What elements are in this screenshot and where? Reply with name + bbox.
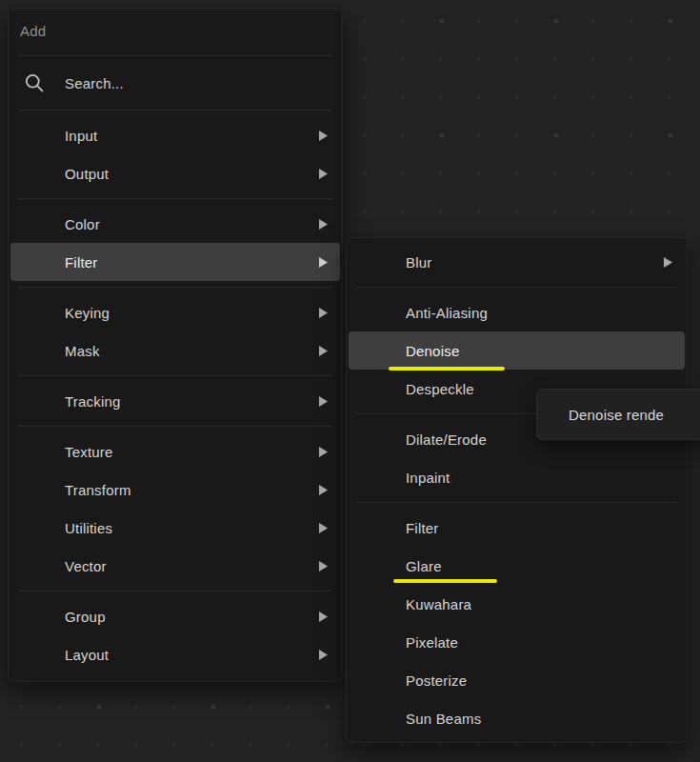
menu-item-label: Transform: [65, 482, 131, 498]
menu-item-inpaint[interactable]: Inpaint: [349, 458, 685, 496]
menu-item-color[interactable]: Color: [10, 205, 340, 243]
menu-item-label: Sun Beams: [406, 711, 481, 727]
menu-item-label: Color: [65, 216, 100, 232]
menu-item-label: Keying: [65, 305, 110, 321]
menu-item-mask[interactable]: Mask: [10, 331, 340, 370]
menu-item-texture[interactable]: Texture: [10, 432, 340, 471]
menu-item-group[interactable]: Group: [10, 597, 340, 635]
submenu-arrow-icon: [319, 169, 328, 179]
menu-item-label: Vector: [65, 558, 107, 574]
menu-separator: [18, 110, 332, 110]
menu-item-output[interactable]: Output: [10, 154, 340, 192]
filter-submenu-items: BlurAnti-AliasingDenoiseDespeckleDilate/…: [347, 243, 687, 737]
menu-separator: [18, 287, 332, 288]
highlight-underline-denoise: [389, 367, 505, 371]
submenu-arrow-icon: [319, 346, 328, 356]
menu-item-vector[interactable]: Vector: [10, 547, 340, 585]
menu-separator: [18, 375, 332, 376]
highlight-underline-glare: [393, 579, 497, 583]
menu-item-anti-aliasing[interactable]: Anti-Aliasing: [349, 293, 685, 331]
submenu-arrow-icon: [319, 612, 328, 622]
menu-item-denoise[interactable]: Denoise: [349, 331, 685, 370]
submenu-arrow-icon: [319, 257, 328, 268]
menu-item-label: Dilate/Erode: [406, 431, 487, 448]
menu-item-label: Group: [65, 609, 106, 625]
menu-item-label: Kuwahara: [406, 596, 471, 612]
menu-item-kuwahara[interactable]: Kuwahara: [349, 585, 685, 623]
menu-item-label: Despeckle: [406, 381, 474, 397]
menu-item-label: Mask: [65, 343, 100, 359]
menu-item-label: Filter: [406, 520, 439, 536]
menu-separator: [18, 198, 332, 199]
submenu-arrow-icon: [319, 308, 328, 318]
menu-item-sun-beams[interactable]: Sun Beams: [349, 699, 685, 737]
menu-item-layout[interactable]: Layout: [10, 635, 340, 673]
filter-submenu-panel: BlurAnti-AliasingDenoiseDespeckleDilate/…: [346, 237, 688, 743]
menu-item-transform[interactable]: Transform: [10, 471, 340, 509]
add-menu-panel: Add Search... InputOutputColorFilterKeyi…: [8, 8, 343, 682]
menu-separator: [356, 502, 677, 503]
search-item[interactable]: Search...: [9, 56, 342, 110]
node-editor-background: { "colors": { "canvas_bg": "#232323", "d…: [0, 0, 700, 762]
submenu-arrow-icon: [319, 219, 328, 230]
menu-separator: [18, 591, 332, 592]
menu-item-tracking[interactable]: Tracking: [10, 382, 340, 420]
menu-item-label: Anti-Aliasing: [406, 305, 488, 321]
menu-item-label: Glare: [406, 558, 442, 574]
menu-item-label: Posterize: [406, 672, 467, 689]
tooltip-text: Denoise rende: [569, 407, 664, 423]
menu-item-posterize[interactable]: Posterize: [349, 661, 685, 699]
menu-item-pixelate[interactable]: Pixelate: [349, 623, 685, 661]
menu-item-keying[interactable]: Keying: [10, 293, 340, 331]
menu-title: Add: [9, 12, 342, 50]
menu-item-filter[interactable]: Filter: [349, 509, 685, 547]
submenu-arrow-icon: [319, 396, 328, 407]
menu-item-label: Layout: [65, 647, 109, 663]
menu-item-utilities[interactable]: Utilities: [10, 509, 340, 547]
menu-item-label: Denoise: [406, 343, 459, 359]
submenu-arrow-icon: [664, 257, 672, 268]
menu-item-label: Pixelate: [406, 634, 458, 651]
submenu-arrow-icon: [319, 650, 328, 660]
tooltip: Denoise rende: [536, 389, 700, 440]
menu-item-label: Inpaint: [406, 470, 450, 486]
menu-item-label: Blur: [406, 254, 431, 271]
submenu-arrow-icon: [319, 523, 328, 533]
search-placeholder: Search...: [65, 75, 124, 91]
menu-item-label: Input: [65, 128, 97, 144]
menu-separator: [356, 287, 677, 288]
menu-separator: [18, 426, 332, 427]
search-icon: [24, 72, 46, 94]
menu-item-label: Filter: [65, 254, 98, 271]
menu-item-label: Tracking: [65, 393, 121, 410]
submenu-arrow-icon: [319, 447, 328, 457]
menu-item-input[interactable]: Input: [10, 116, 340, 154]
menu-item-label: Utilities: [65, 520, 112, 536]
menu-item-filter[interactable]: Filter: [10, 243, 340, 281]
add-menu-items: InputOutputColorFilterKeyingMaskTracking…: [9, 116, 342, 673]
submenu-arrow-icon: [319, 130, 328, 141]
submenu-arrow-icon: [319, 485, 328, 495]
menu-item-label: Output: [65, 166, 109, 182]
menu-item-label: Texture: [65, 444, 113, 460]
menu-item-blur[interactable]: Blur: [349, 243, 685, 281]
submenu-arrow-icon: [319, 561, 328, 572]
